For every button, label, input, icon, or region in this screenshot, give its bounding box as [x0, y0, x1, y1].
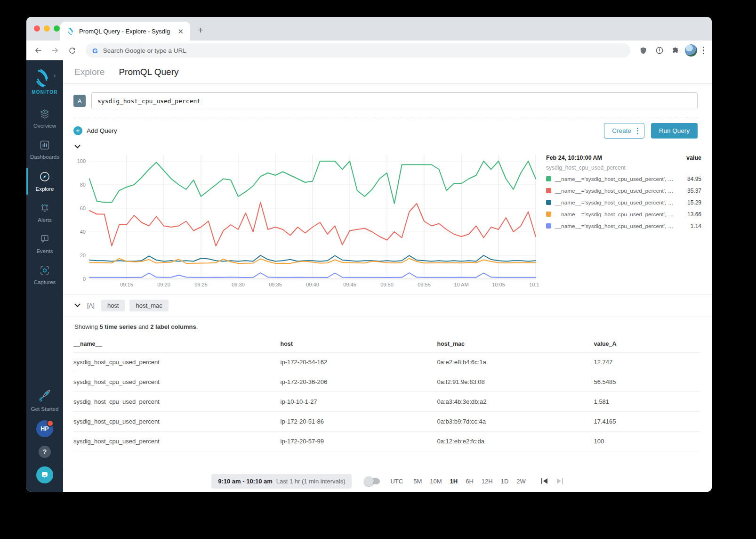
- legend-metric-name: sysdig_host_cpu_used_percent: [546, 164, 701, 171]
- sidebar: › MONITOR Overview Dash: [26, 60, 63, 492]
- table-row: sysdig_host_cpu_used_percentip-172-20-36…: [73, 372, 700, 392]
- promql-query-input[interactable]: [91, 92, 698, 109]
- google-icon: G: [92, 47, 98, 55]
- window-zoom-button[interactable]: [54, 25, 60, 32]
- chart-section: 02040608010009:1509:2009:2509:3009:3509:…: [67, 151, 704, 288]
- new-tab-button[interactable]: +: [198, 24, 203, 36]
- back-icon[interactable]: [31, 43, 45, 57]
- sidebar-item-explore[interactable]: Explore: [26, 165, 63, 197]
- compass-icon: [39, 171, 51, 183]
- sidebar-item-events[interactable]: Events: [26, 229, 63, 260]
- time-preset-6h[interactable]: 6H: [466, 478, 474, 485]
- sidebar-item-overview[interactable]: Overview: [26, 103, 63, 134]
- create-button[interactable]: Create: [604, 123, 644, 139]
- add-query-button[interactable]: + Add Query: [73, 126, 117, 135]
- column-header: host_mac: [437, 336, 594, 352]
- sidebar-item-captures[interactable]: Captures: [26, 260, 63, 291]
- table-cell: 17.4165: [594, 412, 700, 432]
- table-cell: sysdig_host_cpu_used_percent: [73, 412, 281, 432]
- window-minimize-button[interactable]: [44, 25, 50, 32]
- shield-extension-icon[interactable]: [637, 44, 650, 57]
- sidebar-item-dashboards[interactable]: Dashboards: [26, 134, 63, 165]
- svg-text:0: 0: [83, 276, 86, 282]
- extensions-puzzle-icon[interactable]: [669, 44, 682, 57]
- svg-text:09:50: 09:50: [380, 282, 394, 287]
- series-color-swatch: [546, 223, 551, 229]
- address-bar[interactable]: G Search Google or type a URL: [86, 43, 630, 57]
- legend-row[interactable]: __name__='sysdig_host_cpu_used_percent',…: [546, 185, 701, 196]
- window-close-button[interactable]: [34, 25, 40, 32]
- forward-icon[interactable]: [48, 43, 62, 57]
- time-preset-2w[interactable]: 2W: [516, 478, 526, 485]
- sysdig-logo[interactable]: [34, 68, 53, 88]
- series-color-swatch: [546, 212, 551, 217]
- dashed-divider: [73, 117, 698, 117]
- info-circle-extension-icon[interactable]: [653, 44, 666, 57]
- series-color-swatch: [546, 176, 551, 181]
- sidebar-item-label: Captures: [34, 279, 56, 285]
- table-cell: 0a:f2:91:9e:83:08: [437, 372, 594, 392]
- reload-icon[interactable]: [65, 43, 79, 57]
- table-cell: sysdig_host_cpu_used_percent: [73, 372, 281, 392]
- time-range-label: 9:10 am - 10:10 am: [218, 478, 273, 485]
- browser-menu-icon[interactable]: [700, 47, 708, 55]
- sidebar-item-label: Events: [36, 248, 53, 254]
- svg-text:09:35: 09:35: [269, 282, 282, 287]
- capture-camera-icon: [39, 265, 50, 276]
- question-mark-icon: ?: [43, 448, 47, 456]
- time-preset-1d[interactable]: 1D: [501, 478, 509, 485]
- bar-chart-icon: [39, 139, 50, 151]
- timeseries-chart[interactable]: 02040608010009:1509:2009:2509:3009:3509:…: [67, 151, 539, 288]
- legend-row[interactable]: __name__='sysdig_host_cpu_used_percent',…: [546, 173, 701, 185]
- chart-legend: Feb 24, 10:10:00 AM value sysdig_host_cp…: [539, 151, 702, 288]
- query-letter-badge: A: [73, 95, 86, 107]
- scope-query-ref: [A]: [87, 302, 95, 309]
- results-summary: Showing 5 time series and 2 label column…: [63, 317, 712, 336]
- bell-icon: [39, 203, 51, 214]
- svg-text:10:05: 10:05: [492, 282, 505, 287]
- chevron-down-icon: [74, 303, 80, 308]
- scope-collapse-chevron[interactable]: [74, 302, 80, 309]
- page-header: Explore PromQL Query: [63, 60, 712, 84]
- table-cell: 56.5485: [594, 372, 700, 392]
- help-button[interactable]: ?: [39, 446, 51, 458]
- time-preset-5m[interactable]: 5M: [413, 478, 422, 485]
- time-preset-10m[interactable]: 10M: [430, 478, 442, 485]
- chart-collapse-chevron[interactable]: [74, 142, 82, 151]
- create-menu-icon[interactable]: [637, 128, 638, 134]
- table-cell: 0a:e2:e8:b4:6c:1a: [437, 352, 594, 372]
- browser-tab[interactable]: PromQL Query - Explore - Sysdig ✕: [60, 22, 190, 41]
- query-row: A: [73, 92, 698, 109]
- label-chip-host[interactable]: host: [101, 300, 125, 311]
- time-range-picker[interactable]: 9:10 am - 10:10 am Last 1 hr (1 min inte…: [211, 474, 352, 489]
- user-avatar[interactable]: HP: [36, 420, 53, 437]
- skip-to-start-icon[interactable]: [541, 478, 548, 484]
- run-query-button[interactable]: Run Query: [651, 123, 698, 139]
- scope-row: [A] hosthost_mac: [63, 294, 712, 317]
- browser-toolbar: G Search Google or type a URL: [26, 41, 712, 60]
- browser-profile-avatar[interactable]: [685, 44, 697, 57]
- time-preset-1h[interactable]: 1H: [450, 478, 458, 485]
- run-query-label: Run Query: [659, 127, 690, 134]
- time-preset-12h[interactable]: 12H: [482, 478, 493, 485]
- create-label: Create: [612, 127, 631, 134]
- utc-toggle[interactable]: [365, 478, 380, 484]
- legend-value-header: value: [686, 155, 701, 161]
- avatar-initials: HP: [40, 425, 48, 432]
- utc-label: UTC: [390, 478, 403, 485]
- series-value: 35.37: [680, 188, 701, 194]
- sidebar-expand-icon[interactable]: ›: [54, 71, 56, 79]
- sidebar-item-get-started[interactable]: Get Started: [31, 388, 59, 412]
- series-value: 1.14: [680, 223, 701, 229]
- legend-row[interactable]: __name__='sysdig_host_cpu_used_percent',…: [546, 196, 701, 208]
- support-chat-button[interactable]: [36, 466, 53, 483]
- breadcrumb[interactable]: Explore: [74, 67, 105, 77]
- legend-row[interactable]: __name__='sysdig_host_cpu_used_percent',…: [546, 208, 701, 220]
- svg-text:09:25: 09:25: [194, 282, 208, 287]
- sidebar-item-alerts[interactable]: Alerts: [26, 197, 63, 229]
- svg-text:20: 20: [80, 253, 86, 258]
- legend-row[interactable]: __name__='sysdig_host_cpu_used_percent',…: [546, 220, 701, 232]
- svg-text:09:55: 09:55: [418, 282, 431, 287]
- tab-close-icon[interactable]: ✕: [176, 27, 185, 36]
- label-chip-host_mac[interactable]: host_mac: [129, 300, 168, 311]
